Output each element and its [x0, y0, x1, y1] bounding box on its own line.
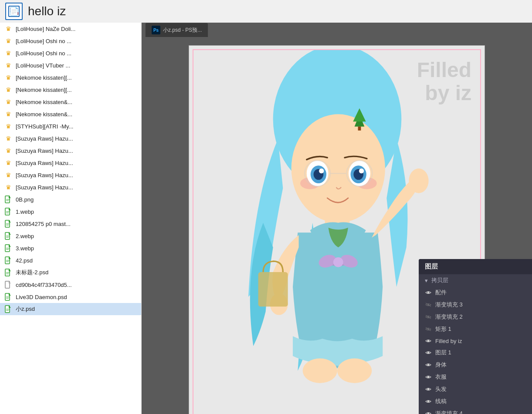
sidebar-item-item-6[interactable]: ♛[Nekomoe kissaten][...	[0, 84, 141, 96]
layer-item-l-6[interactable]: 图层 1	[419, 347, 532, 359]
crown-icon: ♛	[4, 37, 12, 45]
layer-item-l-8[interactable]: 衣服	[419, 371, 532, 383]
svg-rect-4	[10, 11, 17, 12]
eye-icon[interactable]	[425, 301, 432, 308]
canvas-wrapper: Filled by iz	[142, 37, 532, 414]
sidebar-item-label: 2.webp	[16, 233, 34, 239]
layer-item-l-group[interactable]: ▾拷贝层	[419, 274, 532, 286]
layer-item-l-7[interactable]: 身体	[419, 359, 532, 371]
sidebar-item-item-4[interactable]: ♛[LoliHouse] VTuber ...	[0, 59, 141, 71]
sidebar-item-item-3[interactable]: ♛[LoliHouse] Oshi no ...	[0, 47, 141, 59]
sidebar-item-item-12[interactable]: ♛[Suzuya Raws] Hazu...	[0, 157, 141, 169]
svg-point-60	[303, 358, 337, 383]
sidebar-item-item-18[interactable]: 2.webp	[0, 230, 141, 242]
eye-icon[interactable]	[425, 349, 432, 356]
crown-icon: ♛	[4, 135, 12, 142]
layer-item-l-2[interactable]: 渐变填充 3	[419, 299, 532, 311]
sidebar-item-label: cd90b4c4f733470d5...	[16, 282, 72, 288]
layer-label: 渐变填充 2	[435, 313, 463, 321]
crown-icon: ♛	[4, 98, 12, 106]
sidebar-item-item-10[interactable]: ♛[Suzuya Raws] Hazu...	[0, 132, 141, 145]
eye-icon[interactable]	[425, 398, 432, 405]
sidebar-item-item-5[interactable]: ♛[Nekomoe kissaten][...	[0, 71, 141, 84]
svg-rect-0	[8, 6, 20, 17]
sidebar-item-label: [Nekomoe kissaten][...	[16, 74, 72, 81]
layer-label: 配件	[435, 289, 447, 296]
sidebar-item-item-23[interactable]: Live3D Daemon.psd	[0, 291, 141, 303]
file-green-icon	[4, 244, 12, 252]
file-green-icon	[4, 256, 12, 264]
sidebar-item-label: [Nekomoe kissaten][...	[16, 87, 72, 93]
svg-point-76	[427, 376, 430, 378]
sidebar-item-item-22[interactable]: cd90b4c4f733470d5...	[0, 279, 141, 291]
svg-point-77	[427, 388, 430, 390]
layer-item-l-4[interactable]: 矩形 1	[419, 323, 532, 335]
layer-item-l-1[interactable]: 配件	[419, 286, 532, 299]
svg-rect-5	[16, 12, 18, 15]
svg-point-66	[427, 292, 430, 294]
sidebar-item-item-1[interactable]: ♛[LoliHouse] NaZe Doli...	[0, 23, 141, 35]
layer-item-l-11[interactable]: 渐变填充 4	[419, 407, 532, 414]
file-green-icon	[4, 293, 12, 301]
eye-icon[interactable]	[425, 386, 432, 393]
eye-icon[interactable]	[425, 361, 432, 368]
crown-icon: ♛	[4, 147, 12, 155]
sidebar-item-item-11[interactable]: ♛[Suzuya Raws] Hazu...	[0, 145, 141, 157]
layer-label: 拷贝层	[431, 276, 448, 284]
sidebar-item-item-21[interactable]: 未标题-2.psd	[0, 266, 141, 279]
sidebar-item-item-7[interactable]: ♛[Nekomoe kissaten&...	[0, 96, 141, 108]
sidebar-item-item-15[interactable]: 0B.png	[0, 193, 141, 205]
sidebar-item-item-2[interactable]: ♛[LoliHouse] Oshi no ...	[0, 35, 141, 47]
layers-header: 图层	[419, 259, 532, 274]
sidebar-item-item-13[interactable]: ♛[Suzuya Raws] Hazu...	[0, 169, 141, 181]
layer-item-l-3[interactable]: 渐变填充 2	[419, 311, 532, 323]
layer-label: Filled by iz	[435, 338, 462, 344]
sidebar-item-item-14[interactable]: ♛[Suzuya Raws] Hazu...	[0, 181, 141, 193]
sidebar-item-label: [STYHSub][ATRI -My...	[16, 123, 73, 130]
sidebar-item-label: 小z.psd	[16, 305, 35, 313]
sidebar-item-item-24[interactable]: 小z.psd	[0, 303, 141, 315]
crown-icon: ♛	[4, 159, 12, 167]
top-bar: ✓ hello iz	[0, 0, 532, 23]
eye-icon[interactable]	[425, 337, 432, 344]
eye-icon[interactable]	[425, 289, 432, 296]
layer-item-l-10[interactable]: 线稿	[419, 395, 532, 407]
layer-label: 身体	[435, 361, 447, 369]
layer-item-l-5[interactable]: Filled by iz	[419, 335, 532, 347]
sidebar-item-item-17[interactable]: 120854275 p0 mast...	[0, 218, 141, 230]
svg-point-73	[427, 340, 430, 342]
svg-point-61	[337, 358, 372, 383]
svg-point-78	[427, 401, 430, 403]
eye-icon[interactable]	[425, 410, 432, 414]
layers-panel: 图层 ▾拷贝层配件渐变填充 3渐变填充 2矩形 1Filled by iz图层 …	[419, 259, 532, 414]
app-title: hello iz	[28, 4, 66, 18]
sidebar-item-item-20[interactable]: 42.psd	[0, 254, 141, 266]
sidebar-item-item-8[interactable]: ♛[Nekomoe kissaten&...	[0, 108, 141, 120]
layer-label: 矩形 1	[435, 325, 451, 333]
sidebar-item-item-16[interactable]: 1.webp	[0, 205, 141, 218]
ps-icon: Ps	[152, 26, 160, 34]
layer-label: 渐变填充 3	[435, 301, 463, 309]
svg-point-57	[409, 168, 428, 193]
sidebar-item-item-9[interactable]: ♛[STYHSub][ATRI -My...	[0, 120, 141, 132]
group-arrow-icon: ▾	[425, 277, 428, 284]
sidebar-item-label: [LoliHouse] VTuber ...	[16, 62, 70, 69]
sidebar-item-label: [Suzuya Raws] Hazu...	[16, 184, 73, 191]
sidebar-item-label: 42.psd	[16, 257, 33, 264]
layer-label: 图层 1	[435, 349, 451, 357]
file-green-icon	[4, 208, 12, 215]
sidebar-item-label: [Suzuya Raws] Hazu...	[16, 172, 73, 178]
layer-label: 头发	[435, 385, 447, 393]
file-green-icon	[4, 232, 12, 240]
eye-icon[interactable]	[425, 326, 432, 333]
layer-item-l-9[interactable]: 头发	[419, 383, 532, 395]
svg-rect-50	[358, 127, 361, 131]
sidebar-item-label: [LoliHouse] Oshi no ...	[16, 50, 71, 57]
sidebar-item-item-19[interactable]: 3.webp	[0, 242, 141, 254]
app-icon: ✓	[5, 3, 23, 20]
eye-icon[interactable]	[425, 313, 432, 320]
eye-icon[interactable]	[425, 374, 432, 380]
layer-label: 线稿	[435, 397, 447, 405]
sidebar-item-label: 3.webp	[16, 245, 34, 252]
ps-tab[interactable]: Ps 小z.psd - PS预...	[145, 23, 208, 37]
